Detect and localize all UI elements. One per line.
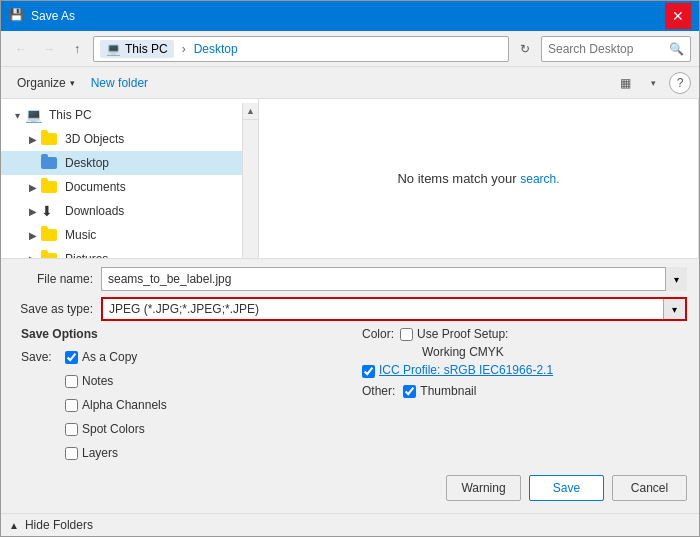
address-this-pc[interactable]: 💻 This PC [100, 40, 174, 58]
other-label: Other: [362, 384, 395, 398]
save-as-type-arrow[interactable]: ▾ [663, 299, 685, 319]
computer-icon: 💻 [25, 107, 45, 123]
folder-icon-downloads: ⬇ [41, 203, 61, 219]
sidebar-item-this-pc[interactable]: ▾ 💻 This PC [1, 103, 258, 127]
save-options-title: Save Options [21, 327, 346, 341]
title-bar-icon: 💾 [9, 8, 25, 24]
bottom-section: File name: ▾ Save as type: JPEG (*.JPG;*… [1, 258, 699, 509]
sidebar-item-3d-objects[interactable]: ▶ 3D Objects [1, 127, 258, 151]
spot-colors-checkbox[interactable] [65, 423, 78, 436]
sidebar-item-pictures[interactable]: ▶ Pictures [1, 247, 258, 258]
warning-button[interactable]: Warning [446, 475, 521, 501]
use-proof-checkbox[interactable] [400, 328, 413, 341]
sidebar-label-this-pc: This PC [49, 108, 92, 122]
save-key-label: Save: [21, 350, 61, 364]
back-button[interactable]: ← [9, 37, 33, 61]
search-input[interactable] [548, 42, 669, 56]
hide-folders-chevron: ▲ [9, 520, 19, 531]
address-this-pc-label: This PC [125, 42, 168, 56]
address-bar[interactable]: 💻 This PC › Desktop [93, 36, 509, 62]
icc-checkbox[interactable] [362, 365, 375, 378]
folder-icon-documents [41, 179, 61, 195]
folder-icon-music [41, 227, 61, 243]
main-area: ▾ 💻 This PC ▶ 3D Objects Desktop [1, 99, 699, 258]
notes-checkbox[interactable] [65, 375, 78, 388]
scroll-up-arrow[interactable]: ▲ [243, 103, 258, 120]
hide-folders-bar[interactable]: ▲ Hide Folders [1, 513, 699, 536]
sidebar-label-pictures: Pictures [65, 252, 108, 258]
organize-menu[interactable]: Organize ▾ [9, 72, 83, 94]
sidebar-scrollbar[interactable]: ▲ ▼ [242, 103, 258, 258]
file-name-row: File name: ▾ [13, 267, 687, 291]
cancel-button[interactable]: Cancel [612, 475, 687, 501]
alpha-channels-checkbox[interactable] [65, 399, 78, 412]
folder-icon-desktop [41, 155, 61, 171]
help-button[interactable]: ? [669, 72, 691, 94]
sidebar-label-3d-objects: 3D Objects [65, 132, 124, 146]
action-buttons: Warning Save Cancel [13, 475, 687, 501]
folder-icon-pictures [41, 251, 61, 258]
title-bar-title: Save As [31, 9, 663, 23]
alpha-channels-row: Alpha Channels [21, 395, 346, 415]
notes-row: Notes [21, 371, 346, 391]
layers-label: Layers [82, 446, 118, 460]
search-box: 🔍 [541, 36, 691, 62]
use-proof-row: Color: Use Proof Setup: [362, 327, 687, 341]
new-folder-button[interactable]: New folder [91, 76, 148, 90]
no-items-message: No items match your search. [397, 171, 559, 186]
up-button[interactable]: ↑ [65, 37, 89, 61]
save-options-left: Save Options Save: As a Copy Notes Alpha… [13, 327, 346, 467]
sidebar-item-documents[interactable]: ▶ Documents [1, 175, 258, 199]
view-dropdown-button[interactable]: ▾ [641, 71, 665, 95]
organize-label: Organize [17, 76, 66, 90]
help-icon: ? [677, 76, 684, 90]
menu-right: ▦ ▾ ? [613, 71, 691, 95]
address-toolbar: ← → ↑ 💻 This PC › Desktop ↻ 🔍 [1, 31, 699, 67]
organize-dropdown-icon: ▾ [70, 78, 75, 88]
search-button[interactable]: 🔍 [669, 42, 684, 56]
save-options-section: Save Options Save: As a Copy Notes Alpha… [13, 327, 687, 467]
close-button[interactable]: ✕ [665, 3, 691, 29]
scroll-track [243, 120, 258, 258]
file-name-wrapper: ▾ [101, 267, 687, 291]
save-as-type-row: Save as type: JPEG (*.JPG;*.JPEG;*.JPE) … [13, 297, 687, 321]
toggle-desktop [25, 155, 41, 171]
sidebar-item-music[interactable]: ▶ Music [1, 223, 258, 247]
sidebar-item-desktop[interactable]: Desktop [1, 151, 258, 175]
layers-checkbox[interactable] [65, 447, 78, 460]
save-options-right: Color: Use Proof Setup: Working CMYK ICC… [346, 327, 687, 467]
save-button[interactable]: Save [529, 475, 604, 501]
save-as-copy-row: Save: As a Copy [21, 347, 346, 367]
computer-icon: 💻 [106, 42, 121, 56]
sidebar-label-documents: Documents [65, 180, 126, 194]
refresh-button[interactable]: ↻ [513, 37, 537, 61]
file-name-dropdown[interactable]: ▾ [665, 267, 687, 291]
file-name-dropdown-arrow: ▾ [674, 274, 679, 285]
as-copy-checkbox[interactable] [65, 351, 78, 364]
thumbnail-checkbox[interactable] [403, 385, 416, 398]
layers-row: Layers [21, 443, 346, 463]
save-as-type-value: JPEG (*.JPG;*.JPEG;*.JPE) [109, 302, 663, 316]
sidebar-item-downloads[interactable]: ▶ ⬇ Downloads [1, 199, 258, 223]
view-button[interactable]: ▦ [613, 71, 637, 95]
other-row: Other: Thumbnail [362, 384, 687, 398]
file-name-input[interactable] [101, 267, 687, 291]
no-items-highlight: search. [520, 172, 559, 186]
folder-icon-3d [41, 131, 61, 147]
icc-row: ICC Profile: sRGB IEC61966-2.1 [362, 363, 687, 378]
color-label: Color: [362, 327, 394, 341]
save-as-type-combo[interactable]: JPEG (*.JPG;*.JPEG;*.JPE) ▾ [101, 297, 687, 321]
save-button-label: Save [553, 481, 580, 495]
hide-folders-label: Hide Folders [25, 518, 93, 532]
use-proof-label: Use Proof Setup: [417, 327, 508, 341]
file-name-label: File name: [13, 272, 93, 286]
sidebar: ▾ 💻 This PC ▶ 3D Objects Desktop [1, 99, 259, 258]
sidebar-label-desktop: Desktop [65, 156, 109, 170]
toggle-documents: ▶ [25, 179, 41, 195]
address-sep: › [182, 42, 186, 56]
notes-label: Notes [82, 374, 113, 388]
working-cmyk-label: Working CMYK [422, 345, 687, 359]
sidebar-label-downloads: Downloads [65, 204, 124, 218]
forward-button[interactable]: → [37, 37, 61, 61]
icc-profile-link[interactable]: ICC Profile: sRGB IEC61966-2.1 [379, 363, 553, 377]
